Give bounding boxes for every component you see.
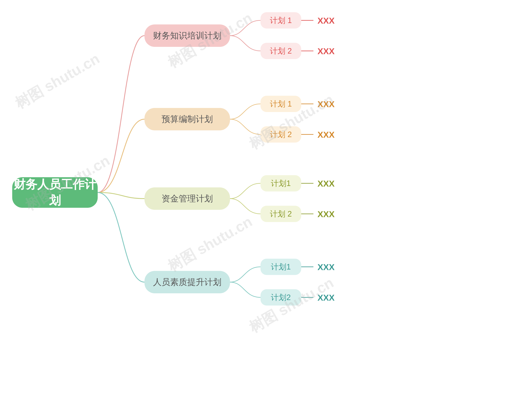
branch3-node: 资金管理计划	[145, 188, 230, 210]
xxx-1a: XXX	[317, 16, 335, 26]
leaf3a-label: 计划1	[271, 178, 291, 189]
xxx-1b: XXX	[317, 46, 335, 56]
branch2-node: 预算编制计划	[145, 108, 230, 130]
leaf1a-node: 计划 1	[261, 12, 301, 29]
branch2-label: 预算编制计划	[161, 113, 213, 125]
branch4-label: 人员素质提升计划	[153, 276, 221, 288]
leaf4b-node: 计划2	[261, 289, 301, 306]
xxx-4b: XXX	[317, 293, 335, 303]
xxx-2a: XXX	[317, 99, 335, 109]
xxx-4a: XXX	[317, 262, 335, 272]
xxx-2b: XXX	[317, 130, 335, 140]
watermark-1: 树图 shutu.cn	[12, 49, 103, 113]
leaf1b-node: 计划 2	[261, 43, 301, 59]
leaf2b-node: 计划 2	[261, 126, 301, 142]
leaf3b-label: 计划 2	[270, 209, 292, 219]
root-node: 财务人员工作计划	[12, 177, 98, 208]
xxx-3a: XXX	[317, 179, 335, 189]
branch1-node: 财务知识培训计划	[145, 24, 230, 47]
leaf2a-label: 计划 1	[270, 99, 292, 109]
leaf2a-node: 计划 1	[261, 96, 301, 112]
leaf1b-label: 计划 2	[270, 46, 292, 56]
leaf4a-label: 计划1	[271, 262, 291, 272]
leaf1a-label: 计划 1	[270, 15, 292, 26]
leaf4a-node: 计划1	[261, 259, 301, 275]
branch3-label: 资金管理计划	[161, 193, 213, 204]
leaf3b-node: 计划 2	[261, 206, 301, 222]
leaf4b-label: 计划2	[271, 292, 291, 303]
leaf3a-node: 计划1	[261, 175, 301, 191]
branch1-label: 财务知识培训计划	[153, 30, 221, 41]
root-label: 财务人员工作计划	[12, 177, 98, 208]
leaf2b-label: 计划 2	[270, 129, 292, 140]
watermark-5: 树图 shutu.cn	[164, 212, 256, 276]
branch4-node: 人员素质提升计划	[145, 271, 230, 293]
xxx-3b: XXX	[317, 209, 335, 219]
